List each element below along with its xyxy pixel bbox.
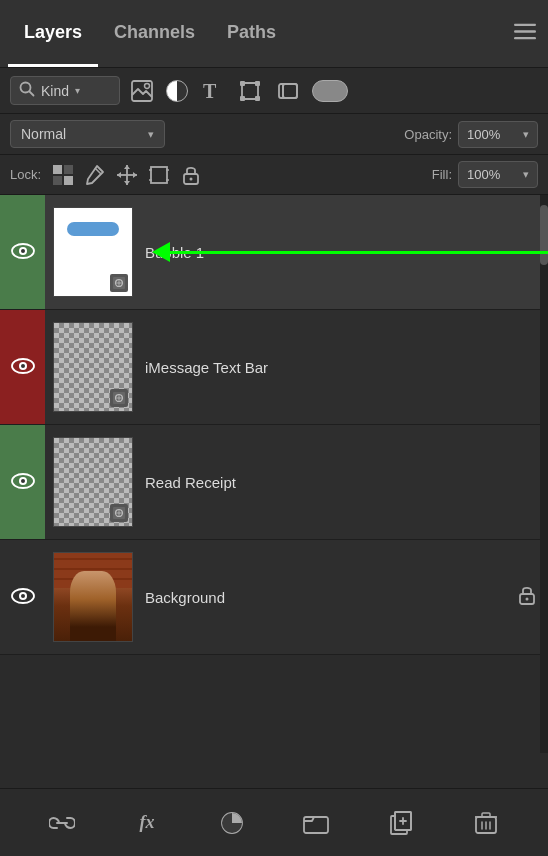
opacity-chevron-icon: ▾ [523, 128, 529, 141]
svg-marker-25 [133, 172, 137, 178]
opacity-value: 100% [467, 127, 500, 142]
svg-point-42 [21, 364, 25, 368]
filter-bar: Kind ▾ T [0, 68, 548, 114]
opacity-select[interactable]: 100% ▾ [458, 121, 538, 148]
layer-name-imessage: iMessage Text Bar [141, 359, 548, 376]
scrollbar-thumb[interactable] [540, 205, 548, 265]
thumb-smartobj-icon-readreceipt [110, 504, 128, 522]
layer-name-readreceipt: Read Receipt [141, 474, 548, 491]
blend-mode-label: Normal [21, 126, 66, 142]
layer-item-bubble1[interactable]: Bubble 1 [0, 195, 548, 310]
delete-layer-button[interactable] [468, 805, 504, 841]
svg-line-4 [30, 92, 34, 96]
lock-bar: Lock: [0, 155, 548, 195]
lock-position-icon[interactable] [115, 163, 139, 187]
fill-group: Fill: 100% ▾ [432, 161, 538, 188]
svg-rect-1 [514, 30, 536, 33]
svg-text:T: T [203, 80, 217, 102]
layer-color-bar-green [0, 195, 45, 309]
kind-filter-select[interactable]: Kind ▾ [10, 76, 120, 105]
fill-value: 100% [467, 167, 500, 182]
svg-rect-70 [482, 813, 490, 817]
filter-adjustment-icon[interactable] [166, 80, 188, 102]
svg-rect-16 [53, 165, 62, 174]
add-fx-button[interactable]: fx [129, 805, 165, 841]
lock-pixels-icon[interactable] [51, 163, 75, 187]
lock-paint-icon[interactable] [83, 163, 107, 187]
opacity-label: Opacity: [404, 127, 452, 142]
layer-visibility-icon-imessage[interactable] [11, 356, 35, 379]
bg-photo-preview [54, 553, 132, 641]
layer-visibility-icon-background[interactable] [11, 586, 35, 609]
svg-rect-12 [255, 96, 260, 101]
layer-visibility-icon-bubble1[interactable] [11, 241, 35, 264]
panel-menu-icon[interactable] [514, 23, 536, 44]
opacity-group: Opacity: 100% ▾ [404, 121, 538, 148]
search-icon-filter [19, 81, 35, 100]
layer-thumb-background [53, 552, 133, 642]
svg-rect-2 [514, 37, 536, 40]
blend-mode-select[interactable]: Normal ▾ [10, 120, 165, 148]
layer-item-imessage[interactable]: iMessage Text Bar [0, 310, 548, 425]
filter-smartobj-icon[interactable] [274, 77, 302, 105]
svg-rect-9 [240, 81, 245, 86]
layers-list: Bubble 1 [0, 195, 548, 753]
filter-icons: T [128, 77, 348, 105]
lock-all-icon[interactable] [179, 163, 203, 187]
svg-rect-18 [53, 176, 62, 185]
svg-point-49 [21, 479, 25, 483]
tab-paths[interactable]: Paths [211, 0, 292, 67]
tab-layers[interactable]: Layers [8, 0, 98, 67]
layer-thumb-bubble1 [53, 207, 133, 297]
svg-marker-24 [117, 172, 121, 178]
layer-item-background[interactable]: Background [0, 540, 548, 655]
svg-rect-17 [64, 165, 73, 174]
scrollbar-track[interactable] [540, 195, 548, 753]
new-layer-button[interactable] [383, 805, 419, 841]
blend-mode-bar: Normal ▾ Opacity: 100% ▾ [0, 114, 548, 155]
bubble-preview-pill [67, 222, 119, 236]
tab-channels[interactable]: Channels [98, 0, 211, 67]
svg-point-56 [21, 594, 25, 598]
layer-visibility-icon-readreceipt[interactable] [11, 471, 35, 494]
tabs-bar: Layers Channels Paths [0, 0, 548, 68]
svg-rect-10 [255, 81, 260, 86]
fill-chevron-icon: ▾ [523, 168, 529, 181]
svg-rect-62 [304, 817, 328, 833]
link-layers-button[interactable] [44, 805, 80, 841]
lock-label: Lock: [10, 167, 41, 182]
svg-point-35 [21, 249, 25, 253]
filter-shape-icon[interactable] [236, 77, 264, 105]
lock-artboard-icon[interactable] [147, 163, 171, 187]
layer-color-bar-green2 [0, 425, 45, 539]
layer-item-readreceipt[interactable]: Read Receipt [0, 425, 548, 540]
svg-point-58 [526, 597, 529, 600]
svg-point-6 [145, 83, 150, 88]
fill-label: Fill: [432, 167, 452, 182]
svg-point-32 [190, 177, 193, 180]
filter-text-icon[interactable]: T [198, 77, 226, 105]
thumb-smartobj-icon [110, 274, 128, 292]
bottom-toolbar: fx [0, 788, 548, 856]
filter-toggle-icon[interactable] [312, 80, 348, 102]
layer-thumb-imessage [53, 322, 133, 412]
svg-rect-0 [514, 23, 536, 26]
fx-label: fx [139, 812, 154, 833]
svg-rect-11 [240, 96, 245, 101]
layer-color-bar-none [0, 540, 45, 654]
kind-select-label: Kind [41, 83, 69, 99]
filter-pixel-icon[interactable] [128, 77, 156, 105]
svg-marker-23 [124, 181, 130, 185]
lock-icons-group [51, 163, 203, 187]
thumb-smartobj-icon-imessage [110, 389, 128, 407]
layers-content: Kind ▾ T [0, 68, 548, 788]
kind-chevron-icon: ▾ [75, 85, 80, 96]
blend-chevron-icon: ▾ [148, 128, 154, 141]
layer-lock-icon-background [518, 584, 536, 611]
fill-select[interactable]: 100% ▾ [458, 161, 538, 188]
new-group-button[interactable] [298, 805, 334, 841]
new-fill-button[interactable] [214, 805, 250, 841]
layer-thumb-readreceipt [53, 437, 133, 527]
layer-name-bubble1: Bubble 1 [141, 244, 548, 261]
layer-color-bar-red [0, 310, 45, 424]
